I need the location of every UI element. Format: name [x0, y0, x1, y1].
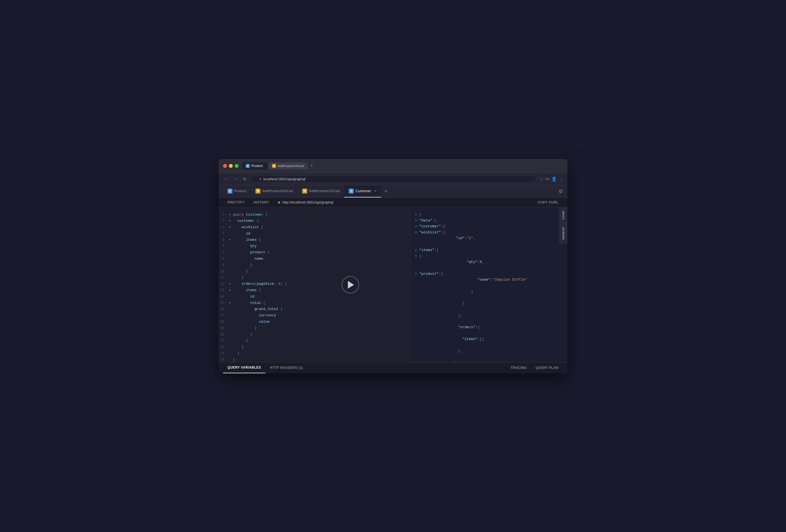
address-bar[interactable]: ● localhost:3001/api/graphql — [251, 175, 537, 183]
editor-line-4: 4 id — [218, 231, 410, 237]
query-plan-tab[interactable]: QUERY PLAN — [531, 366, 563, 370]
playground-tab-product[interactable]: Q Product — [223, 185, 251, 197]
graphql-playground: Q Product M AddProductsToCart M AddProdu… — [218, 185, 568, 373]
json-line-10: "name": "Impulse Duffle" — [415, 277, 563, 289]
editor-line-14: 14 id — [218, 294, 410, 300]
tab-icon-q-product: Q — [228, 189, 232, 194]
editor-line-21: 21 } — [218, 338, 410, 344]
json-line-5: "id": "1", — [415, 235, 563, 247]
browser-tab-2[interactable]: M AddProductsToCart — [268, 162, 308, 169]
tab-icon-m-2: M — [302, 189, 307, 194]
traffic-lights — [223, 164, 238, 168]
side-panel-tabs: DOCS SCHEMA — [559, 208, 568, 244]
editor-line-6: 6 qty — [218, 243, 410, 249]
browser-titlebar: Q Product M AddProductsToCart + — [218, 159, 568, 173]
editor-line-10: 10 } — [218, 268, 410, 275]
json-line-15: "items": [] — [415, 336, 563, 348]
playground-tab-addcart2[interactable]: M AddProductsToCart — [298, 185, 345, 197]
query-variables-tab[interactable]: QUERY VARIABLES — [223, 363, 265, 373]
tab-favicon-m1: M — [272, 164, 276, 168]
minimize-window-button[interactable] — [229, 164, 233, 168]
refresh-button[interactable]: ↻ — [241, 176, 248, 182]
browser-window: Q Product M AddProductsToCart + ← → ↻ ● … — [218, 159, 568, 373]
editor-line-7: 7 product { — [218, 249, 410, 256]
editor-line-20: 20 } — [218, 332, 410, 338]
tab-icon-q-customer: Q — [349, 189, 354, 194]
bottom-right-tabs: TRACING QUERY PLAN — [506, 366, 563, 370]
tracing-tab[interactable]: TRACING — [506, 366, 531, 370]
history-button[interactable]: HISTORY — [249, 198, 273, 207]
editor-line-15: 15 ▾ total { — [218, 300, 410, 306]
editor-line-19: 19 } — [218, 325, 410, 332]
tab-icon-m-1: M — [255, 189, 260, 194]
editor-line-2: 2 ▾ customer { — [218, 218, 410, 224]
json-line-9: ▾ "product": { — [415, 271, 563, 277]
tab-favicon-q: Q — [246, 164, 250, 168]
json-line-14: "orders": { — [415, 324, 563, 336]
extensions-icon[interactable]: ⚯ — [546, 176, 549, 182]
bookmark-icon[interactable]: ☆ — [539, 176, 543, 182]
close-window-button[interactable] — [223, 164, 227, 168]
editor-line-12: 12 ▾ orders(pageSize: 4) { — [218, 281, 410, 287]
browser-toolbar: ← → ↻ ● localhost:3001/api/graphql ☆ ⚯ 👤… — [218, 173, 568, 185]
editor-line-1: 1 ▾ query Customer { — [218, 212, 410, 218]
json-line-16: } — [415, 348, 563, 360]
json-line-12: } — [415, 300, 563, 312]
editor-line-17: 17 currency — [218, 312, 410, 319]
endpoint-display: http://localhost:3001/api/graphql — [273, 198, 533, 207]
browser-tab-label: Product — [251, 164, 263, 168]
json-line-11: } — [415, 289, 563, 300]
browser-toolbar-actions: ☆ ⚯ 👤 ⋮ — [539, 176, 563, 182]
playground-tab-product-label: Product — [234, 189, 247, 193]
json-line-3: ▾ "customer": { — [415, 223, 563, 229]
response-panel: ▾ { ▾ "data": { ▾ "customer": { ▾ "wishl… — [411, 208, 568, 362]
json-line-1: ▾ { — [415, 212, 563, 218]
lock-icon: ● — [259, 177, 261, 180]
playground-tab-customer[interactable]: Q Customer ✕ — [344, 185, 381, 197]
editor-line-18: 18 value — [218, 319, 410, 325]
editor-line-11: 11 } — [218, 274, 410, 281]
editor-line-3: 3 ▾ wishlist { — [218, 224, 410, 231]
docs-tab[interactable]: DOCS — [559, 208, 568, 223]
close-customer-tab-button[interactable]: ✕ — [374, 189, 377, 193]
browser-tab-bar: Q Product M AddProductsToCart + — [242, 162, 563, 169]
back-button[interactable]: ← — [223, 176, 229, 182]
json-line-17: } — [415, 360, 563, 362]
menu-icon[interactable]: ⋮ — [559, 176, 563, 182]
url-text: localhost:3001/api/graphql — [263, 177, 305, 181]
playground-tab-addcart2-label: AddProductsToCart — [309, 189, 340, 193]
editor-line-9: 9 } — [218, 262, 410, 268]
execute-query-button[interactable] — [342, 276, 359, 294]
settings-icon[interactable]: ⚙ — [558, 188, 563, 194]
query-editor[interactable]: 1 ▾ query Customer { 2 ▾ customer { 3 ▾ … — [218, 208, 411, 362]
copy-curl-button[interactable]: COPY CURL — [533, 198, 563, 207]
schema-tab[interactable]: SCHEMA — [559, 223, 568, 244]
play-icon — [348, 281, 354, 289]
endpoint-url-text: http://localhost:3001/api/graphql — [282, 200, 333, 204]
browser-tab-active[interactable]: Q Product — [242, 162, 268, 169]
playground-tab-addcart1[interactable]: M AddProductsToCart — [251, 185, 298, 197]
query-toolbar: PRETTIFY HISTORY http://localhost:3001/a… — [218, 198, 568, 208]
playground-tabs-container: Q Product M AddProductsToCart M AddProdu… — [223, 185, 381, 197]
maximize-window-button[interactable] — [235, 164, 238, 168]
bottom-bar: QUERY VARIABLES HTTP HEADERS (1) TRACING… — [218, 362, 568, 373]
playground-tab-customer-label: Customer — [355, 189, 371, 193]
json-line-4: ▾ "wishlist": { — [415, 229, 563, 235]
add-tab-button[interactable]: + — [381, 188, 391, 194]
editor-line-13: 13 ▾ items { — [218, 287, 410, 294]
json-line-13: ], — [415, 312, 563, 324]
json-line-2: ▾ "data": { — [415, 218, 563, 223]
new-tab-button[interactable]: + — [308, 163, 316, 169]
editor-line-23: 23 } — [218, 350, 410, 357]
editor-line-22: 22 } — [218, 344, 410, 350]
json-line-6: ▾ "items": [ — [415, 247, 563, 253]
http-headers-tab[interactable]: HTTP HEADERS (1) — [265, 363, 307, 373]
editor-line-8: 8 name — [218, 256, 410, 262]
json-line-7: ▾ { — [415, 253, 563, 259]
profile-icon[interactable]: 👤 — [551, 176, 557, 182]
prettify-button[interactable]: PRETTIFY — [223, 198, 249, 207]
endpoint-status-dot — [278, 201, 280, 203]
playground-tab-bar: Q Product M AddProductsToCart M AddProdu… — [218, 185, 568, 198]
forward-button[interactable]: → — [232, 176, 238, 182]
editor-line-24: 24 } — [218, 357, 410, 362]
